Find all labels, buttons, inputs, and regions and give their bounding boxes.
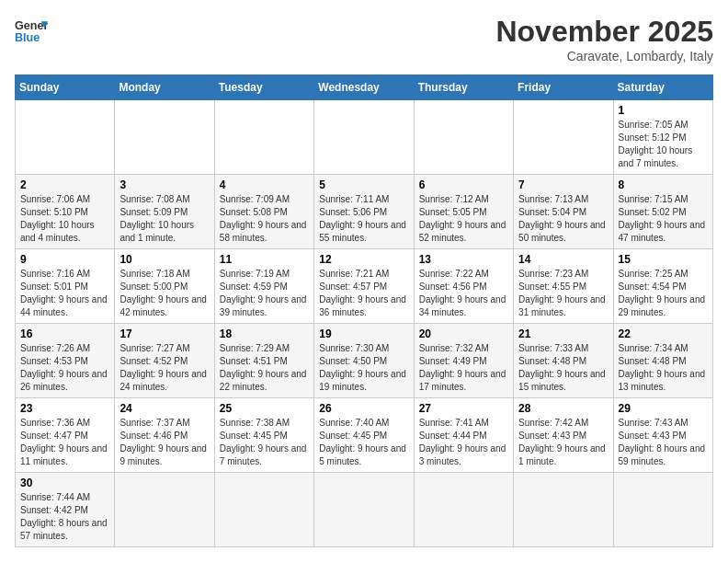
calendar-cell: 26Sunrise: 7:40 AM Sunset: 4:45 PM Dayli…: [314, 398, 414, 473]
day-number: 24: [119, 402, 209, 415]
title-area: November 2025 Caravate, Lombardy, Italy: [495, 15, 713, 63]
calendar-cell: [115, 473, 214, 547]
calendar-cell: 29Sunrise: 7:43 AM Sunset: 4:43 PM Dayli…: [613, 398, 712, 473]
calendar-week-row: 23Sunrise: 7:36 AM Sunset: 4:47 PM Dayli…: [16, 398, 713, 473]
day-info: Sunrise: 7:34 AM Sunset: 4:48 PM Dayligh…: [619, 342, 708, 394]
day-number: 29: [619, 402, 708, 415]
calendar-cell: [414, 473, 513, 547]
calendar-week-row: 9Sunrise: 7:16 AM Sunset: 5:01 PM Daylig…: [16, 249, 713, 324]
day-info: Sunrise: 7:11 AM Sunset: 5:06 PM Dayligh…: [319, 193, 408, 245]
day-info: Sunrise: 7:05 AM Sunset: 5:12 PM Dayligh…: [619, 119, 708, 170]
day-number: 3: [119, 178, 209, 191]
calendar-cell: 3Sunrise: 7:08 AM Sunset: 5:09 PM Daylig…: [115, 175, 214, 249]
header-day-saturday: Saturday: [613, 75, 712, 100]
day-info: Sunrise: 7:36 AM Sunset: 4:47 PM Dayligh…: [20, 417, 109, 468]
calendar-cell: [314, 100, 414, 175]
day-number: 4: [220, 178, 309, 191]
day-info: Sunrise: 7:18 AM Sunset: 5:00 PM Dayligh…: [119, 268, 209, 319]
day-number: 5: [319, 178, 408, 191]
calendar-cell: 2Sunrise: 7:06 AM Sunset: 5:10 PM Daylig…: [16, 175, 115, 249]
header-day-thursday: Thursday: [414, 75, 513, 100]
day-number: 11: [220, 253, 309, 266]
day-info: Sunrise: 7:08 AM Sunset: 5:09 PM Dayligh…: [119, 193, 209, 245]
day-number: 22: [619, 327, 708, 340]
day-info: Sunrise: 7:42 AM Sunset: 4:43 PM Dayligh…: [518, 417, 608, 468]
day-info: Sunrise: 7:13 AM Sunset: 5:04 PM Dayligh…: [518, 193, 608, 245]
day-number: 14: [518, 253, 608, 266]
calendar-cell: 23Sunrise: 7:36 AM Sunset: 4:47 PM Dayli…: [16, 398, 115, 473]
day-number: 25: [220, 402, 309, 415]
calendar-cell: 17Sunrise: 7:27 AM Sunset: 4:52 PM Dayli…: [115, 324, 214, 398]
day-number: 21: [518, 327, 608, 340]
calendar-cell: [214, 473, 313, 547]
calendar-week-row: 1Sunrise: 7:05 AM Sunset: 5:12 PM Daylig…: [16, 100, 713, 175]
day-info: Sunrise: 7:16 AM Sunset: 5:01 PM Dayligh…: [20, 268, 109, 319]
calendar-cell: 15Sunrise: 7:25 AM Sunset: 4:54 PM Dayli…: [613, 249, 712, 324]
calendar-cell: 1Sunrise: 7:05 AM Sunset: 5:12 PM Daylig…: [613, 100, 712, 175]
day-number: 9: [20, 253, 109, 266]
day-number: 16: [20, 327, 109, 340]
calendar-cell: [613, 473, 712, 547]
day-number: 10: [119, 253, 209, 266]
calendar-cell: 19Sunrise: 7:30 AM Sunset: 4:50 PM Dayli…: [314, 324, 414, 398]
day-info: Sunrise: 7:15 AM Sunset: 5:02 PM Dayligh…: [619, 193, 708, 245]
day-info: Sunrise: 7:41 AM Sunset: 4:44 PM Dayligh…: [419, 417, 508, 468]
day-number: 8: [619, 178, 708, 191]
day-info: Sunrise: 7:27 AM Sunset: 4:52 PM Dayligh…: [119, 342, 209, 394]
day-info: Sunrise: 7:33 AM Sunset: 4:48 PM Dayligh…: [518, 342, 608, 394]
calendar-cell: 14Sunrise: 7:23 AM Sunset: 4:55 PM Dayli…: [514, 249, 613, 324]
day-info: Sunrise: 7:12 AM Sunset: 5:05 PM Dayligh…: [419, 193, 508, 245]
calendar-week-row: 16Sunrise: 7:26 AM Sunset: 4:53 PM Dayli…: [16, 324, 713, 398]
day-number: 6: [419, 178, 508, 191]
day-number: 26: [319, 402, 408, 415]
day-info: Sunrise: 7:19 AM Sunset: 4:59 PM Dayligh…: [220, 268, 309, 319]
day-number: 13: [419, 253, 508, 266]
day-number: 27: [419, 402, 508, 415]
calendar-cell: 11Sunrise: 7:19 AM Sunset: 4:59 PM Dayli…: [214, 249, 313, 324]
month-title: November 2025: [495, 15, 713, 49]
location-title: Caravate, Lombardy, Italy: [495, 49, 713, 63]
day-info: Sunrise: 7:44 AM Sunset: 4:42 PM Dayligh…: [20, 491, 109, 543]
day-info: Sunrise: 7:09 AM Sunset: 5:08 PM Dayligh…: [220, 193, 309, 245]
calendar-cell: [514, 100, 613, 175]
day-info: Sunrise: 7:22 AM Sunset: 4:56 PM Dayligh…: [419, 268, 508, 319]
calendar-cell: 13Sunrise: 7:22 AM Sunset: 4:56 PM Dayli…: [414, 249, 513, 324]
logo-icon: General Blue: [15, 15, 48, 48]
calendar-cell: 20Sunrise: 7:32 AM Sunset: 4:49 PM Dayli…: [414, 324, 513, 398]
day-info: Sunrise: 7:38 AM Sunset: 4:45 PM Dayligh…: [220, 417, 309, 468]
calendar-cell: 10Sunrise: 7:18 AM Sunset: 5:00 PM Dayli…: [115, 249, 214, 324]
calendar-cell: 18Sunrise: 7:29 AM Sunset: 4:51 PM Dayli…: [214, 324, 313, 398]
calendar-week-row: 2Sunrise: 7:06 AM Sunset: 5:10 PM Daylig…: [16, 175, 713, 249]
calendar-cell: 5Sunrise: 7:11 AM Sunset: 5:06 PM Daylig…: [314, 175, 414, 249]
day-number: 15: [619, 253, 708, 266]
day-number: 19: [319, 327, 408, 340]
day-info: Sunrise: 7:06 AM Sunset: 5:10 PM Dayligh…: [20, 193, 109, 245]
day-info: Sunrise: 7:43 AM Sunset: 4:43 PM Dayligh…: [619, 417, 708, 468]
day-number: 1: [619, 104, 708, 117]
calendar-cell: [115, 100, 214, 175]
calendar-cell: 16Sunrise: 7:26 AM Sunset: 4:53 PM Dayli…: [16, 324, 115, 398]
calendar-cell: 22Sunrise: 7:34 AM Sunset: 4:48 PM Dayli…: [613, 324, 712, 398]
day-info: Sunrise: 7:29 AM Sunset: 4:51 PM Dayligh…: [220, 342, 309, 394]
calendar-cell: 6Sunrise: 7:12 AM Sunset: 5:05 PM Daylig…: [414, 175, 513, 249]
day-info: Sunrise: 7:26 AM Sunset: 4:53 PM Dayligh…: [20, 342, 109, 394]
calendar-cell: 30Sunrise: 7:44 AM Sunset: 4:42 PM Dayli…: [16, 473, 115, 547]
day-number: 23: [20, 402, 109, 415]
day-info: Sunrise: 7:25 AM Sunset: 4:54 PM Dayligh…: [619, 268, 708, 319]
calendar-header-row: SundayMondayTuesdayWednesdayThursdayFrid…: [16, 75, 713, 100]
day-info: Sunrise: 7:40 AM Sunset: 4:45 PM Dayligh…: [319, 417, 408, 468]
calendar-cell: 24Sunrise: 7:37 AM Sunset: 4:46 PM Dayli…: [115, 398, 214, 473]
calendar-cell: 27Sunrise: 7:41 AM Sunset: 4:44 PM Dayli…: [414, 398, 513, 473]
logo: General Blue: [15, 15, 48, 48]
day-number: 17: [119, 327, 209, 340]
calendar-table: SundayMondayTuesdayWednesdayThursdayFrid…: [15, 75, 713, 547]
calendar-cell: 7Sunrise: 7:13 AM Sunset: 5:04 PM Daylig…: [514, 175, 613, 249]
day-info: Sunrise: 7:30 AM Sunset: 4:50 PM Dayligh…: [319, 342, 408, 394]
svg-text:Blue: Blue: [15, 31, 40, 44]
header: General Blue November 2025 Caravate, Lom…: [15, 15, 713, 63]
calendar-cell: [314, 473, 414, 547]
day-info: Sunrise: 7:23 AM Sunset: 4:55 PM Dayligh…: [518, 268, 608, 319]
calendar-cell: [514, 473, 613, 547]
day-number: 12: [319, 253, 408, 266]
header-day-sunday: Sunday: [16, 75, 115, 100]
